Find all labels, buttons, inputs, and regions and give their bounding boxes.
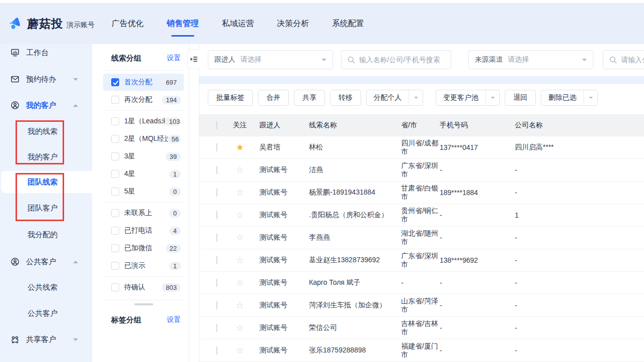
sidebar-item-11[interactable]: 公共客户 <box>0 302 92 324</box>
group-checkbox[interactable] <box>111 244 119 252</box>
sidebar-item-4[interactable]: 我的线索 <box>0 120 92 142</box>
sidebar-item-8[interactable]: 我分配的 <box>0 224 92 246</box>
cell-lead-name[interactable]: .贵阳杨总（房和公积金） <box>309 211 401 220</box>
table-row-3[interactable]: ☆测试账号杨景鹏-18919431884甘肃省/白银市189****1884- <box>199 182 644 204</box>
star-icon[interactable]: ☆ <box>236 211 244 220</box>
star-icon[interactable]: ☆ <box>236 256 244 265</box>
lead-group-item[interactable]: 已演示1 <box>103 257 184 274</box>
dropdown-caret-button[interactable] <box>485 90 499 105</box>
sidebar-item-2[interactable]: 预约待办 <box>0 68 92 90</box>
collapse-panel-button[interactable] <box>187 49 199 69</box>
tag-groups-settings-link[interactable]: 设置 <box>167 315 181 324</box>
table-row-10[interactable]: ☆测试账号张乐18759288898福建省/厦门市-- <box>199 339 644 362</box>
group-checkbox[interactable] <box>111 283 119 291</box>
lead-group-item[interactable]: 3星39 <box>103 148 184 165</box>
lead-group-item[interactable]: 2星（MQL经过确...56 <box>103 130 184 147</box>
sidebar-item-3[interactable]: 我的客户 <box>0 94 92 116</box>
sidebar-item-6[interactable]: 团队线索 <box>1 171 92 193</box>
lead-group-item[interactable]: 再次分配194 <box>103 91 184 108</box>
row-checkbox[interactable] <box>216 143 217 151</box>
cell-lead-name[interactable]: 基业赵生13828739692 <box>309 256 401 265</box>
row-checkbox[interactable] <box>216 301 217 309</box>
table-row-8[interactable]: ☆测试账号菏泽刘生车抵（加企微）山东省/菏泽市-- <box>199 294 644 317</box>
cell-lead-name[interactable]: 杨景鹏-18919431884 <box>309 188 401 197</box>
table-row-2[interactable]: ☆测试账号洁燕广东省/深圳市-- <box>199 159 644 182</box>
lead-group-item[interactable]: 已打电话4 <box>103 222 184 239</box>
follower-filter-select[interactable]: 跟进人 请选择 <box>208 50 333 69</box>
lead-group-item[interactable]: 1星（Leads未经...103 <box>103 113 184 130</box>
sidebar-item-12[interactable]: 共享客户 <box>0 328 92 350</box>
cell-lead-name[interactable]: 李燕燕 <box>309 233 401 242</box>
star-icon[interactable]: ☆ <box>236 165 244 174</box>
table-row-7[interactable]: ☆测试账号Карго Толя 斌子--- <box>199 272 644 294</box>
star-icon[interactable]: ☆ <box>236 233 244 242</box>
row-checkbox[interactable] <box>216 166 217 174</box>
lead-groups-settings-link[interactable]: 设置 <box>167 54 181 63</box>
group-checkbox[interactable] <box>111 262 119 270</box>
group-checkbox[interactable] <box>111 227 119 235</box>
toolbar-button-8[interactable]: 删除已选 <box>541 90 598 106</box>
sidebar-item-10[interactable]: 公共线索 <box>0 276 92 298</box>
dropdown-caret-button[interactable] <box>583 90 597 105</box>
table-row-6[interactable]: ☆测试账号基业赵生13828739692广东省/深圳市138****9692- <box>199 249 644 272</box>
lead-group-item[interactable]: 4星1 <box>103 165 184 183</box>
group-checkbox[interactable] <box>111 170 119 178</box>
nav-tab-2[interactable]: 销售管理 <box>166 16 200 32</box>
row-checkbox[interactable] <box>216 346 217 354</box>
star-icon[interactable]: ☆ <box>236 278 244 287</box>
toolbar-button-3[interactable]: 共享 <box>294 90 325 106</box>
toolbar-button-6[interactable]: 变更客户池 <box>436 90 500 106</box>
star-icon[interactable]: ☆ <box>236 346 244 355</box>
cell-lead-name[interactable]: 荣信公司 <box>309 323 401 332</box>
dropdown-caret-button[interactable] <box>409 90 423 105</box>
sidebar-item-5[interactable]: 我的客户 <box>0 146 92 168</box>
group-checkbox[interactable] <box>111 209 119 217</box>
panel-resize-handle[interactable] <box>134 303 153 305</box>
lead-group-item[interactable]: 未联系上0 <box>103 205 184 222</box>
cell-lead-name[interactable]: 菏泽刘生车抵（加企微） <box>309 301 401 310</box>
row-checkbox[interactable] <box>216 211 217 219</box>
nav-tab-4[interactable]: 决策分析 <box>276 16 310 32</box>
row-checkbox[interactable] <box>216 189 217 197</box>
star-icon[interactable]: ☆ <box>236 301 244 310</box>
group-checkbox[interactable] <box>111 135 119 143</box>
star-icon[interactable]: ☆ <box>236 323 244 332</box>
group-checkbox[interactable] <box>111 78 119 86</box>
sidebar-item-1[interactable]: 工作台 <box>0 42 92 64</box>
lead-group-item[interactable]: 5星0 <box>103 183 184 200</box>
group-checkbox[interactable] <box>111 188 119 196</box>
lead-group-item[interactable]: 待确认803 <box>103 279 184 296</box>
nav-tab-1[interactable]: 广告优化 <box>111 16 145 32</box>
group-checkbox[interactable] <box>111 117 119 125</box>
group-checkbox[interactable] <box>111 96 119 104</box>
table-row-5[interactable]: ☆测试账号李燕燕湖北省/随州市-- <box>199 227 644 249</box>
star-icon[interactable]: ★ <box>236 143 244 152</box>
nav-tab-5[interactable]: 系统配置 <box>331 16 365 32</box>
row-checkbox[interactable] <box>216 234 217 242</box>
group-checkbox[interactable] <box>111 152 119 160</box>
brand[interactable]: 蘑菇投 演示账号 <box>8 16 95 32</box>
sidebar-item-9[interactable]: 公共客户 <box>0 251 92 273</box>
sidebar-item-7[interactable]: 团队客户 <box>0 197 92 219</box>
nav-tab-3[interactable]: 私域运营 <box>221 16 255 32</box>
toolbar-button-5[interactable]: 分配个人 <box>366 90 423 106</box>
cell-lead-name[interactable]: 张乐18759288898 <box>309 346 401 355</box>
cell-lead-name[interactable]: 林松 <box>309 143 401 152</box>
company-search-input[interactable] <box>621 56 644 64</box>
toolbar-button-1[interactable]: 批量标签 <box>208 90 253 106</box>
lead-group-item[interactable]: 已加微信22 <box>103 240 184 257</box>
row-checkbox[interactable] <box>216 324 217 332</box>
lead-group-item[interactable]: 首次分配697 <box>103 74 184 91</box>
table-row-9[interactable]: ☆测试账号荣信公司吉林省/吉林市-- <box>199 317 644 339</box>
keyword-search-input[interactable] <box>359 56 445 64</box>
toolbar-button-2[interactable]: 合并 <box>258 90 289 106</box>
table-row-1[interactable]: ★吴君培林松四川省/成都市137****0417四川启高**** <box>199 136 644 159</box>
source-channel-filter-select[interactable]: 来源渠道 请选择 <box>468 50 593 69</box>
toolbar-button-4[interactable]: 转移 <box>330 90 361 106</box>
cell-lead-name[interactable]: 洁燕 <box>309 165 401 174</box>
table-row-4[interactable]: ☆测试账号.贵阳杨总（房和公积金）贵州省/铜仁市-1 <box>199 204 644 227</box>
row-checkbox[interactable] <box>216 256 217 264</box>
row-checkbox[interactable] <box>216 279 217 287</box>
star-icon[interactable]: ☆ <box>236 188 244 197</box>
select-all-checkbox[interactable] <box>216 121 217 129</box>
